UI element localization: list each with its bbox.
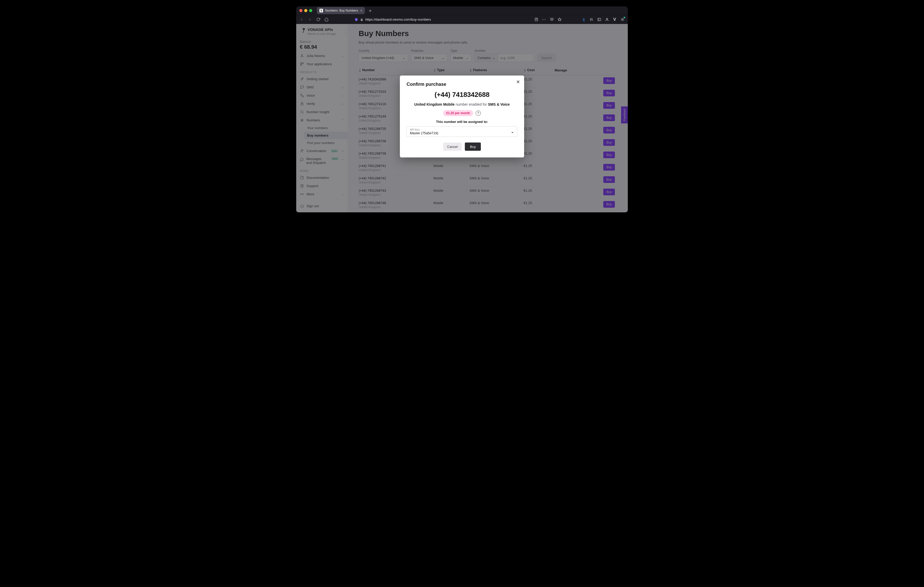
browser-tab[interactable]: V Numbers: Buy Numbers × [317,7,365,14]
modal-title: Confirm purchase [407,82,517,87]
svg-line-6 [592,18,593,21]
svg-point-9 [606,18,608,20]
meatballs-icon[interactable]: ⋯ [541,16,547,23]
page-viewport: VONAGE APIs Nexmo is now Vonage ‹ Balanc… [296,24,628,212]
fullscreen-window-icon[interactable] [309,9,312,12]
cancel-button[interactable]: Cancel [443,143,462,151]
home-icon[interactable] [323,16,330,23]
downloads-icon[interactable] [580,16,587,23]
help-icon[interactable]: ? [476,110,481,116]
modal-overlay[interactable]: ✕ Confirm purchase (+44) 7418342688 Unit… [296,24,628,212]
buy-button[interactable]: Buy [465,143,481,151]
account-icon[interactable] [604,16,610,23]
price-pill: €1.25 per month [443,110,473,116]
new-tab-button[interactable]: ＋ [367,7,374,14]
bookmark-star-icon[interactable] [556,16,563,23]
browser-window: V Numbers: Buy Numbers × ＋ https://dashb… [296,7,628,212]
window-controls[interactable] [299,9,312,12]
shield-icon [355,18,358,21]
pocket-icon[interactable] [548,16,555,23]
close-modal-button[interactable]: ✕ [516,79,520,85]
library-icon[interactable] [588,16,595,23]
url-text: https://dashboard.nexmo.com/buy-numbers [365,18,431,21]
assign-label: This number will be assigned to: [407,120,517,124]
sidebar-icon[interactable] [596,16,602,23]
favicon-icon: V [319,9,323,12]
reader-mode-icon[interactable] [533,16,540,23]
api-key-field-label: API Key [410,128,438,131]
minimize-window-icon[interactable] [304,9,307,12]
tab-strip: V Numbers: Buy Numbers × ＋ [296,7,628,15]
close-tab-icon[interactable]: × [360,8,362,13]
svg-rect-7 [597,18,601,21]
api-key-value: Master (75a5e719) [410,131,438,135]
hamburger-menu-icon[interactable] [619,16,626,23]
svg-marker-3 [558,18,561,21]
confirm-purchase-modal: ✕ Confirm purchase (+44) 7418342688 Unit… [400,76,524,158]
back-icon[interactable] [298,16,305,23]
modal-description: United Kingdom Mobile number enabled for… [407,102,517,107]
forward-icon[interactable] [307,16,313,23]
reload-icon[interactable] [315,16,322,23]
tab-title: Numbers: Buy Numbers [325,9,358,12]
api-key-select[interactable]: API Key Master (75a5e719) ⌄ [407,126,517,137]
modal-number: (+44) 7418342688 [407,91,517,99]
extension-v-icon[interactable]: V [611,16,618,23]
chevron-down-icon: ⌄ [511,129,514,134]
close-window-icon[interactable] [299,9,302,12]
url-field[interactable]: https://dashboard.nexmo.com/buy-numbers [352,16,511,23]
address-bar: https://dashboard.nexmo.com/buy-numbers … [296,15,628,24]
lock-icon [360,18,363,21]
